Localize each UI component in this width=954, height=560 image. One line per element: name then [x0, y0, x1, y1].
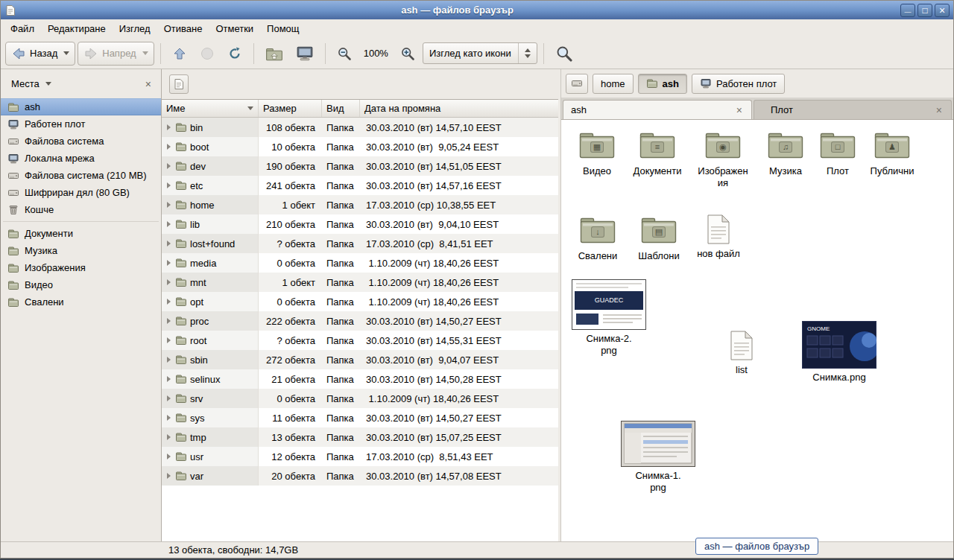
expander-icon[interactable]: [167, 241, 171, 246]
menu-edit[interactable]: Редактиране: [41, 20, 113, 37]
icon-item-public[interactable]: ♟ Публични: [864, 129, 920, 177]
tree-row-root[interactable]: root? обектаПапка30.03.2010 (вт) 14,55,3…: [162, 331, 558, 350]
icon-item-music[interactable]: ♫ Музика: [761, 129, 810, 177]
titlebar[interactable]: ash — файлов браузър: [1, 1, 953, 19]
icon-item-templates[interactable]: ▤ Шаблони: [633, 214, 685, 262]
search-button[interactable]: [550, 42, 578, 66]
taskbar-window-button[interactable]: ash — файлов браузър: [695, 538, 818, 555]
places-selector[interactable]: Места: [7, 76, 55, 92]
icon-item-pictures[interactable]: ◉ Изображен ия: [692, 129, 754, 188]
tree-row-mnt[interactable]: mnt1 обектПапка 1.10.2009 (чт) 18,40,26 …: [162, 273, 558, 292]
tree-row-lost-found[interactable]: lost+found? обектаПапка17.03.2010 (ср) 8…: [162, 234, 558, 253]
icon-item-snimka[interactable]: GNOME Снимка.png: [800, 321, 879, 384]
path-button-root[interactable]: [566, 74, 588, 94]
expander-icon[interactable]: [167, 279, 171, 285]
expander-icon[interactable]: [167, 415, 171, 421]
menu-file[interactable]: Файл: [4, 20, 41, 37]
expander-icon[interactable]: [167, 395, 171, 401]
forward-button[interactable]: Напред: [78, 42, 154, 66]
icon-view[interactable]: ▦ Видео ≡ Документи ◉ Изображен ия ♫ Муз…: [561, 120, 953, 541]
expander-icon[interactable]: [167, 299, 171, 305]
icon-item-snimka2[interactable]: GUADEC Снимка-2. png: [570, 279, 648, 356]
icon-item-video[interactable]: ▦ Видео: [573, 129, 621, 177]
menu-go[interactable]: Отиване: [157, 20, 209, 37]
column-header-name[interactable]: Име: [162, 100, 259, 117]
icon-item-new-file[interactable]: нов файл: [692, 214, 745, 260]
tree-row-selinux[interactable]: selinux21 обектаПапка30.03.2010 (вт) 14,…: [162, 369, 558, 389]
column-header-type[interactable]: Вид: [322, 100, 360, 117]
expander-icon[interactable]: [167, 454, 171, 459]
sidebar-item-documents[interactable]: Документи: [1, 225, 161, 242]
view-mode-select[interactable]: Изглед като икони: [423, 42, 537, 64]
expander-icon[interactable]: [167, 260, 171, 266]
tree-row-dev[interactable]: dev190 обектаПапка30.03.2010 (вт) 14,51,…: [162, 156, 558, 176]
icon-item-desktop-folder[interactable]: □ Плот: [816, 129, 859, 177]
home-button[interactable]: [260, 42, 288, 66]
reload-button[interactable]: [222, 42, 247, 66]
tree-row-var[interactable]: var20 обектаПапка30.03.2010 (вт) 14,57,0…: [162, 466, 558, 486]
path-button-home[interactable]: home: [593, 74, 634, 94]
tree-row-boot[interactable]: boot10 обектаПапка30.03.2010 (вт) 9,05,2…: [162, 137, 558, 156]
expander-icon[interactable]: [167, 221, 171, 227]
sidebar-close-icon[interactable]: [142, 77, 154, 91]
zoom-in-button[interactable]: [395, 42, 420, 66]
tree-row-sbin[interactable]: sbin272 обектаПапка30.03.2010 (вт) 9,04,…: [162, 350, 558, 369]
icon-item-snimka1[interactable]: Снимка-1. png: [619, 421, 697, 493]
sidebar-item-ash[interactable]: ash: [1, 98, 161, 115]
tree-row-etc[interactable]: etc241 обектаПапка30.03.2010 (вт) 14,57,…: [162, 176, 558, 195]
tab-close-icon[interactable]: [735, 105, 744, 115]
path-button-desktop[interactable]: Работен плот: [692, 74, 785, 94]
tree-row-proc[interactable]: proc222 обектаПапка30.03.2010 (вт) 14,50…: [162, 311, 558, 331]
tab-plot[interactable]: Плот: [754, 100, 952, 119]
column-header-date[interactable]: Дата на промяна: [360, 100, 558, 117]
tab-close-icon[interactable]: [935, 105, 944, 115]
menu-view[interactable]: Изглед: [113, 20, 157, 37]
sidebar-item-filesystem-210mb[interactable]: Файлова система (210 MB): [1, 167, 161, 184]
expander-icon[interactable]: [167, 182, 171, 188]
icon-item-downloads[interactable]: ↓ Свалени: [573, 214, 622, 262]
tree-row-srv[interactable]: srv0 обектаПапка 1.10.2009 (чт) 18,40,26…: [162, 389, 558, 408]
sidebar-item-trash[interactable]: Кошче: [1, 201, 161, 218]
sidebar-item-music[interactable]: Музика: [1, 242, 161, 259]
close-button[interactable]: [935, 4, 950, 17]
expander-icon[interactable]: [167, 376, 171, 382]
minimize-button[interactable]: [900, 4, 915, 17]
tree-row-sys[interactable]: sys11 обектаПапка30.03.2010 (вт) 14,50,2…: [162, 408, 558, 427]
expander-icon[interactable]: [167, 124, 171, 130]
tree-row-tmp[interactable]: tmp13 обектаПапка30.03.2010 (вт) 15,07,2…: [162, 427, 558, 447]
tab-ash[interactable]: ash: [563, 100, 752, 119]
expander-icon[interactable]: [167, 163, 171, 169]
maximize-button[interactable]: [917, 4, 932, 17]
tree-row-media[interactable]: media0 обектаПапка 1.10.2009 (чт) 18,40,…: [162, 253, 558, 273]
sidebar-item-desktop[interactable]: Работен плот: [1, 115, 161, 133]
sidebar-item-network[interactable]: Локална мрежа: [1, 150, 161, 167]
menu-bookmarks[interactable]: Отметки: [209, 20, 260, 37]
back-button[interactable]: Назад: [5, 42, 75, 66]
tree-row-opt[interactable]: opt0 обектаПапка 1.10.2009 (чт) 18,40,26…: [162, 292, 558, 311]
tree-row-home[interactable]: home1 обектПапка17.03.2010 (ср) 10,38,55…: [162, 195, 558, 214]
sidebar-item-downloads[interactable]: Свалени: [1, 293, 161, 311]
expander-icon[interactable]: [167, 337, 171, 343]
icon-item-documents[interactable]: ≡ Документи: [627, 129, 688, 177]
expander-icon[interactable]: [167, 202, 171, 208]
menu-help[interactable]: Помощ: [260, 20, 306, 37]
expander-icon[interactable]: [167, 144, 171, 150]
expander-icon[interactable]: [167, 357, 171, 363]
location-button[interactable]: [169, 74, 189, 94]
back-dropdown-icon[interactable]: [63, 51, 69, 55]
icon-item-list[interactable]: list: [721, 330, 762, 376]
column-header-size[interactable]: Размер: [259, 100, 322, 117]
expander-icon[interactable]: [167, 434, 171, 440]
expander-icon[interactable]: [167, 318, 171, 324]
sidebar-item-videos[interactable]: Видео: [1, 276, 161, 293]
stop-button[interactable]: [195, 42, 220, 66]
tree-row-bin[interactable]: bin108 обектаПапка30.03.2010 (вт) 14,57,…: [162, 118, 558, 137]
zoom-out-button[interactable]: [332, 42, 357, 66]
sidebar-item-pictures[interactable]: Изображения: [1, 259, 161, 276]
computer-button[interactable]: [291, 42, 319, 66]
up-button[interactable]: [167, 42, 192, 66]
tree-row-lib[interactable]: lib210 обектаПапка30.03.2010 (вт) 9,04,1…: [162, 214, 558, 234]
sidebar-item-filesystem[interactable]: Файлова система: [1, 133, 161, 150]
path-button-ash[interactable]: ash: [638, 74, 687, 94]
sidebar-item-encrypted-80gb[interactable]: Шифриран дял (80 GB): [1, 184, 161, 201]
